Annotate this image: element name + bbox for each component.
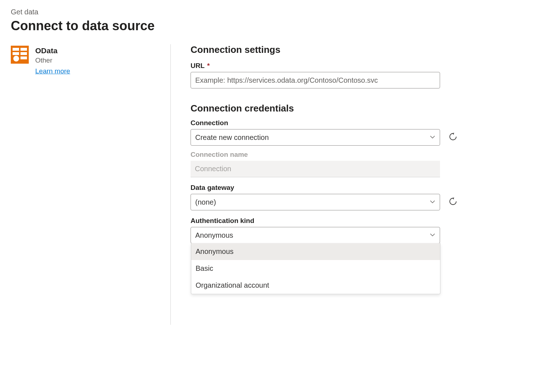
connection-settings-heading: Connection settings [191, 44, 484, 55]
url-label-text: URL [191, 62, 205, 69]
connection-label: Connection [191, 119, 484, 127]
connection-select-value: Create new connection [195, 133, 269, 142]
connection-select[interactable]: Create new connection [191, 129, 440, 146]
svg-rect-6 [20, 56, 27, 59]
required-indicator: * [207, 62, 210, 69]
datasource-category: Other [35, 55, 70, 66]
auth-kind-dropdown: Anonymous Basic Organizational account [191, 243, 440, 294]
gateway-label: Data gateway [191, 184, 484, 192]
odata-icon [11, 46, 29, 75]
svg-rect-2 [20, 48, 27, 51]
svg-rect-1 [13, 48, 19, 51]
svg-rect-3 [13, 52, 19, 55]
svg-rect-4 [20, 52, 27, 55]
page-title: Connect to data source [11, 18, 529, 33]
datasource-entry: OData Other Learn more [11, 44, 160, 75]
url-label: URL * [191, 62, 484, 70]
auth-kind-select[interactable]: Anonymous Anonymous Basic Organizational… [191, 227, 440, 243]
auth-option-anonymous[interactable]: Anonymous [191, 243, 440, 260]
refresh-icon [449, 132, 457, 142]
svg-point-5 [13, 56, 19, 61]
gateway-select-value: (none) [195, 198, 216, 206]
connection-refresh-button[interactable] [448, 132, 458, 142]
url-input[interactable] [191, 72, 440, 88]
auth-kind-select-value: Anonymous [195, 231, 233, 240]
gateway-select[interactable]: (none) [191, 194, 440, 210]
auth-option-organizational[interactable]: Organizational account [191, 277, 440, 294]
auth-option-basic[interactable]: Basic [191, 260, 440, 277]
auth-kind-label: Authentication kind [191, 217, 484, 225]
connection-name-input [191, 161, 440, 177]
connection-credentials-heading: Connection credentials [191, 103, 484, 114]
connection-name-label: Connection name [191, 151, 484, 159]
chevron-down-icon [430, 231, 435, 240]
datasource-sidebar: OData Other Learn more [11, 44, 171, 325]
refresh-icon [449, 197, 457, 207]
datasource-name: OData [35, 46, 70, 55]
chevron-down-icon [430, 198, 435, 206]
chevron-down-icon [430, 133, 435, 142]
gateway-refresh-button[interactable] [448, 197, 458, 207]
breadcrumb: Get data [11, 8, 529, 16]
main-panel: Connection settings URL * Connection cre… [171, 44, 484, 325]
learn-more-link[interactable]: Learn more [35, 67, 70, 75]
